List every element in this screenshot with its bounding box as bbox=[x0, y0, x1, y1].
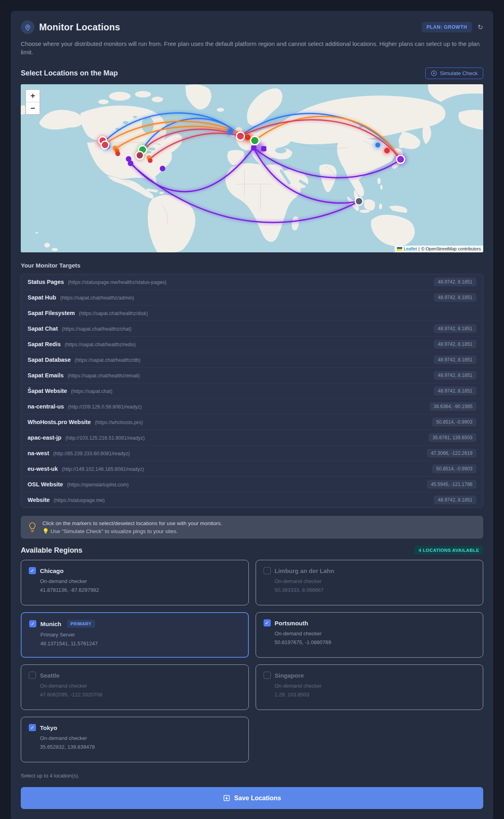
leaflet-link[interactable]: Leaflet bbox=[404, 246, 417, 251]
coords-badge: 45.5945, -121.1786 bbox=[427, 480, 476, 489]
selection-limit-note: Select up to 4 location(s). bbox=[21, 773, 483, 779]
coords-badge: 38.6364, -90.1985 bbox=[430, 402, 476, 411]
regions-title: Available Regions bbox=[21, 546, 82, 555]
checkbox-limburg[interactable] bbox=[264, 567, 271, 574]
map-section-title: Select Locations on the Map bbox=[21, 69, 118, 77]
header: Monitor Locations PLAN: GROWTH ↻ bbox=[21, 20, 483, 34]
tip-line-1: Click on the markers to select/deselect … bbox=[42, 520, 222, 526]
osm-link[interactable]: © OpenStreetMap contributors bbox=[421, 246, 481, 251]
page-description: Choose where your distributed monitors w… bbox=[21, 40, 483, 56]
region-card-seattle[interactable]: Seattle On-demand checker 47.6062095, -1… bbox=[21, 664, 249, 710]
simulate-check-button[interactable]: Simulate Check bbox=[425, 67, 483, 79]
checkbox-portsmouth[interactable]: ✓ bbox=[264, 619, 271, 627]
marker-portsmouth bbox=[236, 132, 244, 140]
region-card-singapore[interactable]: Singapore On-demand checker 1.29, 103.85… bbox=[256, 664, 484, 710]
table-row: na-west(http://85.239.233.60:8081/readyz… bbox=[21, 446, 483, 461]
region-card-chicago[interactable]: ✓Chicago On-demand checker 41.8781136, -… bbox=[21, 560, 249, 605]
leaflet-map[interactable]: + − Leaflet | © OpenStreetMap contributo… bbox=[21, 84, 483, 252]
ukraine-flag-icon bbox=[397, 247, 402, 251]
coords-badge: 48.9742, 8.1851 bbox=[434, 340, 476, 349]
map-zoom-control: + − bbox=[25, 89, 40, 115]
checkbox-seattle[interactable] bbox=[29, 672, 36, 679]
coords-badge: 48.9742, 8.1851 bbox=[434, 387, 476, 395]
tip-box: Click on the markers to select/deselect … bbox=[21, 516, 483, 539]
lightbulb-icon bbox=[28, 522, 37, 533]
tip-line-2: 💡 Use "Simulate Check" to visualize ping… bbox=[42, 528, 222, 534]
coords-badge: 48.9742, 8.1851 bbox=[434, 278, 476, 286]
table-row: eu-west-uk(http://149.102.146.185:8081/r… bbox=[21, 461, 483, 477]
region-card-munich[interactable]: ✓MunichPRIMARY Primary Server 48.1371541… bbox=[21, 612, 249, 658]
targets-list: Status Pages(https://statuspage.me/healt… bbox=[21, 274, 483, 508]
play-circle-icon bbox=[431, 70, 437, 76]
zoom-out-button[interactable]: − bbox=[26, 102, 40, 114]
table-row: Sapat Chat(https://sapat.chat/healthz/ch… bbox=[21, 321, 483, 337]
monitor-locations-panel: Monitor Locations PLAN: GROWTH ↻ Choose … bbox=[11, 11, 493, 819]
coords-badge: 47.3066, -122.2619 bbox=[427, 449, 476, 458]
checkbox-chicago[interactable]: ✓ bbox=[29, 567, 36, 574]
save-icon bbox=[223, 794, 230, 802]
regions-grid: ✓Chicago On-demand checker 41.8781136, -… bbox=[21, 560, 483, 762]
marker-seattle-2 bbox=[101, 141, 109, 149]
coords-badge: 35.6761, 139.6503 bbox=[429, 433, 476, 442]
plan-badge: PLAN: GROWTH bbox=[422, 22, 472, 32]
coords-badge: 48.9742, 8.1851 bbox=[434, 371, 476, 380]
save-locations-button[interactable]: Save Locations bbox=[21, 787, 483, 809]
coords-badge: 48.9742, 8.1851 bbox=[434, 496, 476, 504]
map-attribution: Leaflet | © OpenStreetMap contributors bbox=[395, 246, 483, 252]
table-row: Šapat Website(https://sapat.chat)48.9742… bbox=[21, 383, 483, 399]
table-row: Sapat Emails(https://sapat.chat/healthz/… bbox=[21, 368, 483, 383]
page-title: Monitor Locations bbox=[39, 22, 120, 33]
zoom-in-button[interactable]: + bbox=[26, 90, 40, 102]
marker-singapore bbox=[355, 198, 363, 205]
coords-badge: 50.8514, -0.9903 bbox=[432, 418, 476, 426]
table-row: WhoHosts.pro Website(https://whohosts.pr… bbox=[21, 414, 483, 430]
table-row: Website(https://statuspage.me)48.9742, 8… bbox=[21, 492, 483, 508]
coords-badge: 48.9742, 8.1851 bbox=[434, 355, 476, 364]
coords-badge: 48.9742, 8.1851 bbox=[434, 324, 476, 333]
locations-available-badge: 4 LOCATIONS AVAILABLE bbox=[415, 546, 483, 555]
primary-badge: PRIMARY bbox=[67, 620, 95, 628]
table-row: apac-east-jp(http://103.125.216.51:8081/… bbox=[21, 430, 483, 446]
table-row: OSL Website(https://openstartuplist.com)… bbox=[21, 477, 483, 492]
table-row: Sapat Database(https://sapat.chat/health… bbox=[21, 352, 483, 368]
table-row: Sapat Redis(https://sapat.chat/healthz/r… bbox=[21, 337, 483, 352]
region-card-portsmouth[interactable]: ✓Portsmouth On-demand checker 50.8197675… bbox=[256, 612, 484, 658]
coords-badge: 50.8514, -0.9903 bbox=[432, 464, 476, 473]
table-row: Sapat Filesystem(https://sapat.chat/heal… bbox=[21, 305, 483, 321]
coords-badge: 48.9742, 8.1851 bbox=[434, 293, 476, 302]
marker-munich bbox=[251, 137, 259, 145]
table-row: Status Pages(https://statuspage.me/healt… bbox=[21, 274, 483, 290]
checkbox-singapore[interactable] bbox=[264, 672, 271, 679]
table-row: na-central-us(http://209.126.0.56:8081/r… bbox=[21, 399, 483, 414]
region-card-tokyo[interactable]: ✓Tokyo On-demand checker 35.652832, 139.… bbox=[21, 717, 249, 762]
table-row: Sapat Hub(https://sapat.chat/healthz/adm… bbox=[21, 290, 483, 305]
checkbox-munich[interactable]: ✓ bbox=[29, 620, 36, 627]
marker-na-central bbox=[136, 152, 144, 159]
region-card-limburg[interactable]: Limburg an der Lahn On-demand checker 50… bbox=[256, 560, 484, 605]
refresh-icon[interactable]: ↻ bbox=[478, 24, 483, 31]
targets-title: Your Monitor Targets bbox=[21, 262, 483, 269]
location-pin-icon bbox=[21, 20, 34, 34]
marker-tokyo bbox=[397, 155, 405, 163]
checkbox-tokyo[interactable]: ✓ bbox=[29, 724, 36, 731]
